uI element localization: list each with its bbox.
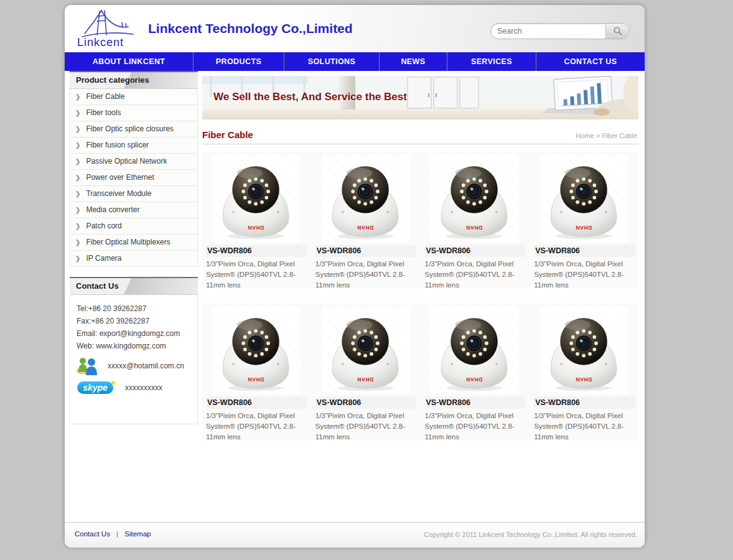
company-logo[interactable]: Linkcent (70, 7, 146, 50)
product-description: 1/3″Pixim Orca, Digital Pixel System® (D… (315, 259, 416, 291)
product-description: 1/3″Pixim Orca, Digital Pixel System® (D… (534, 259, 635, 291)
banner-headline: We Sell the Best, And Service the Best (213, 91, 407, 103)
product-card: VS-WDR806 1/3″Pixim Orca, Digital Pixel … (534, 304, 635, 442)
nav-item-contact[interactable]: CONTACT US (536, 52, 645, 71)
sidebar-item-media-converter[interactable]: ❯Media converter (70, 202, 197, 218)
product-image[interactable] (540, 154, 628, 243)
nav-item-products[interactable]: PRODUCTS (193, 52, 284, 71)
product-name[interactable]: VS-WDR806 (315, 245, 416, 257)
breadcrumb-home-link[interactable]: Home (576, 132, 594, 139)
product-image[interactable] (431, 306, 519, 394)
product-row-1: VS-WDR806 1/3″Pixim Orca, Digital Pixel … (202, 152, 638, 289)
nav-item-news[interactable]: NEWS (379, 52, 447, 71)
product-name[interactable]: VS-WDR806 (206, 245, 307, 257)
product-card: VS-WDR806 1/3″Pixim Orca, Digital Pixel … (206, 152, 307, 291)
product-image[interactable] (322, 306, 410, 394)
sidebar-item-transceiver-module[interactable]: ❯Transceiver Module (70, 186, 197, 202)
contact-us-heading: Contact Us (70, 277, 198, 295)
product-name[interactable]: VS-WDR806 (206, 397, 307, 409)
site-container: Linkcent Linkcent Technology Co.,Limited… (65, 5, 645, 547)
category-label: Power over Ethernet (86, 170, 154, 185)
chevron-right-icon: ❯ (75, 251, 80, 266)
product-description: 1/3″Pixim Orca, Digital Pixel System® (D… (534, 411, 635, 442)
category-label: Fiber Cable (86, 89, 124, 105)
product-categories-heading: Product categories (70, 71, 198, 89)
footer-link-contact[interactable]: Contact Us (75, 530, 110, 538)
product-name[interactable]: VS-WDR806 (534, 397, 635, 409)
sidebar-item-fiber-cable[interactable]: ❯Fiber Cable (70, 89, 197, 105)
site-footer: Contact Us | Sitemap Copyright © 2011 Li… (65, 522, 645, 548)
footer-link-sitemap[interactable]: Sitemap (124, 530, 151, 538)
nav-item-solutions[interactable]: SOLUTIONS (284, 52, 379, 71)
category-list: ❯Fiber Cable ❯Fiber tools ❯Fiber Optic s… (70, 89, 198, 267)
product-name[interactable]: VS-WDR806 (315, 397, 416, 409)
category-label: Fiber Optic splice closures (86, 121, 174, 137)
chevron-right-icon: ❯ (75, 170, 80, 185)
footer-links: Contact Us | Sitemap (75, 530, 151, 538)
sidebar-item-splice-closures[interactable]: ❯Fiber Optic splice closures (70, 121, 197, 138)
product-card: VS-WDR806 1/3″Pixim Orca, Digital Pixel … (425, 304, 526, 442)
sidebar-item-patch-cord[interactable]: ❯Patch cord (70, 218, 197, 235)
product-description: 1/3″Pixim Orca, Digital Pixel System® (D… (315, 411, 416, 442)
product-image[interactable] (431, 154, 519, 243)
product-image[interactable] (540, 306, 628, 394)
category-label: Media converter (86, 202, 139, 218)
sidebar-item-passive-optical-network[interactable]: ❯Passive Optical Network (70, 154, 197, 170)
msn-messenger-icon (77, 356, 99, 376)
contact-email: Email: export@kingdomgz.com (77, 327, 197, 340)
product-name[interactable]: VS-WDR806 (425, 245, 526, 257)
category-label: Fiber tools (86, 105, 121, 121)
msn-address: xxxxx@hotamil.com.cn (108, 362, 184, 370)
product-card: VS-WDR806 1/3″Pixim Orca, Digital Pixel … (315, 152, 416, 291)
product-image[interactable] (212, 154, 301, 243)
nav-item-about[interactable]: ABOUT LINKCENT (65, 52, 193, 71)
product-card: VS-WDR806 1/3″Pixim Orca, Digital Pixel … (534, 152, 635, 291)
skype-wordmark: skype (83, 383, 108, 393)
skype-id: xxxxxxxxxx (125, 383, 162, 392)
main-navigation: ABOUT LINKCENT PRODUCTS SOLUTIONS NEWS S… (65, 52, 645, 71)
product-description: 1/3″Pixim Orca, Digital Pixel System® (D… (206, 411, 307, 442)
contact-web: Web: www.kingdomgz.com (77, 340, 197, 352)
sidebar-item-optical-multiplexers[interactable]: ❯Fiber Optical Multiplexers (70, 235, 197, 251)
product-image[interactable] (212, 306, 301, 394)
skype-icon: skype (77, 380, 116, 396)
product-image[interactable] (322, 154, 410, 243)
promo-banner: We Sell the Best, And Service the Best (202, 76, 638, 119)
sidebar: Product categories ❯Fiber Cable ❯Fiber t… (70, 71, 198, 424)
page-title-bar: Fiber Cable Home > Fiber Cable (202, 128, 638, 144)
product-name[interactable]: VS-WDR806 (425, 397, 526, 409)
search-icon (613, 26, 623, 36)
sidebar-item-fiber-tools[interactable]: ❯Fiber tools (70, 105, 197, 121)
company-title: Linkcent Technology Co.,Limited (148, 21, 353, 36)
page-title: Fiber Cable (202, 128, 638, 142)
sidebar-item-power-over-ethernet[interactable]: ❯Power over Ethernet (70, 170, 197, 186)
category-label: Fiber fusion splicer (86, 138, 149, 153)
contact-info-box: Tel:+86 20 39262287 Fax:+86 20 39262287 … (70, 295, 198, 424)
search-button[interactable] (605, 24, 629, 39)
product-card: VS-WDR806 1/3″Pixim Orca, Digital Pixel … (206, 304, 307, 442)
category-label: Transceiver Module (86, 186, 151, 202)
product-description: 1/3″Pixim Orca, Digital Pixel System® (D… (425, 259, 526, 291)
category-label: Passive Optical Network (86, 154, 167, 169)
product-name[interactable]: VS-WDR806 (534, 245, 635, 257)
chevron-right-icon: ❯ (75, 202, 80, 218)
breadcrumb: Home > Fiber Cable (576, 132, 637, 139)
sidebar-item-fusion-splicer[interactable]: ❯Fiber fusion splicer (70, 138, 197, 154)
product-description: 1/3″Pixim Orca, Digital Pixel System® (D… (206, 259, 307, 291)
msn-row: xxxxx@hotamil.com.cn (77, 356, 197, 376)
nav-item-services[interactable]: SERVICES (447, 52, 536, 71)
sidebar-item-ip-camera[interactable]: ❯IP Camera (70, 251, 197, 266)
copyright-text: Copyright © 2011 Linkcent Technology Co.… (424, 531, 637, 538)
footer-link-separator: | (116, 530, 118, 538)
chevron-right-icon: ❯ (75, 89, 80, 105)
product-card: VS-WDR806 1/3″Pixim Orca, Digital Pixel … (425, 152, 526, 291)
chevron-right-icon: ❯ (75, 154, 80, 169)
chevron-right-icon: ❯ (75, 186, 80, 202)
logo-wordmark: Linkcent (77, 36, 124, 49)
contact-tel: Tel:+86 20 39262287 (77, 302, 197, 315)
contact-fax: Fax:+86 20 39262287 (77, 315, 197, 327)
breadcrumb-current: Fiber Cable (602, 132, 637, 139)
skype-row: skype xxxxxxxxxx (77, 380, 197, 396)
category-label: Fiber Optical Multiplexers (86, 235, 170, 250)
search-input[interactable] (491, 24, 605, 39)
